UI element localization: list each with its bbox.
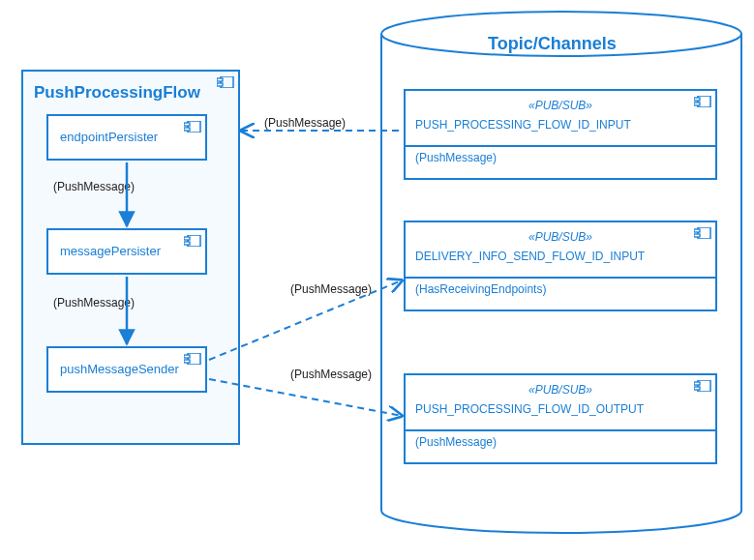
stereotype-label: «PUB/SUB»	[406, 91, 715, 114]
svg-rect-20	[694, 387, 700, 390]
component-label: messagePersister	[48, 230, 205, 268]
component-pushmessagesender: pushMessageSender	[46, 346, 207, 393]
component-label: pushMessageSender	[48, 348, 205, 386]
component-topic-output: «PUB/SUB» PUSH_PROCESSING_FLOW_ID_OUTPUT…	[404, 373, 717, 464]
topic-name: PUSH_PROCESSING_FLOW_ID_INPUT	[406, 114, 715, 141]
edge-label: (PushMessage)	[290, 368, 372, 381]
svg-rect-2	[217, 83, 223, 86]
svg-rect-5	[184, 128, 190, 131]
svg-rect-11	[184, 360, 190, 363]
stereotype-label: «PUB/SUB»	[406, 375, 715, 398]
svg-rect-13	[694, 98, 700, 101]
component-topic-delivery: «PUB/SUB» DELIVERY_INFO_SEND_FLOW_ID_INP…	[404, 221, 717, 311]
svg-rect-16	[694, 229, 700, 232]
component-icon	[694, 94, 711, 105]
component-icon	[184, 119, 201, 131]
component-endpointpersister: endpointPersister	[46, 114, 207, 161]
svg-rect-1	[217, 78, 223, 81]
component-icon	[184, 351, 201, 363]
edge-label: (PushMessage)	[53, 296, 135, 309]
edge-label: (PushMessage)	[53, 180, 135, 193]
component-label: endpointPersister	[48, 116, 205, 154]
component-icon	[184, 233, 201, 245]
component-topic-input: «PUB/SUB» PUSH_PROCESSING_FLOW_ID_INPUT …	[404, 89, 717, 180]
stereotype-label: «PUB/SUB»	[406, 222, 715, 246]
svg-rect-10	[184, 355, 190, 358]
svg-rect-19	[694, 382, 700, 385]
svg-rect-8	[184, 242, 190, 245]
svg-rect-7	[184, 237, 190, 240]
edge-label: (PushMessage)	[290, 282, 372, 296]
edge-label: (PushMessage)	[264, 116, 346, 130]
topic-name: DELIVERY_INFO_SEND_FLOW_ID_INPUT	[406, 246, 715, 273]
component-messagepersister: messagePersister	[46, 228, 207, 275]
package-title: PushProcessingFlow	[34, 83, 200, 103]
topic-name: PUSH_PROCESSING_FLOW_ID_OUTPUT	[406, 398, 715, 426]
diagram-canvas: PushProcessingFlow endpointPersister mes…	[0, 0, 754, 560]
svg-rect-4	[184, 123, 190, 126]
svg-rect-14	[694, 103, 700, 105]
component-icon	[694, 378, 711, 390]
package-title: Topic/Channels	[488, 34, 617, 54]
component-icon	[217, 74, 234, 86]
component-icon	[694, 225, 711, 237]
svg-rect-17	[694, 234, 700, 237]
